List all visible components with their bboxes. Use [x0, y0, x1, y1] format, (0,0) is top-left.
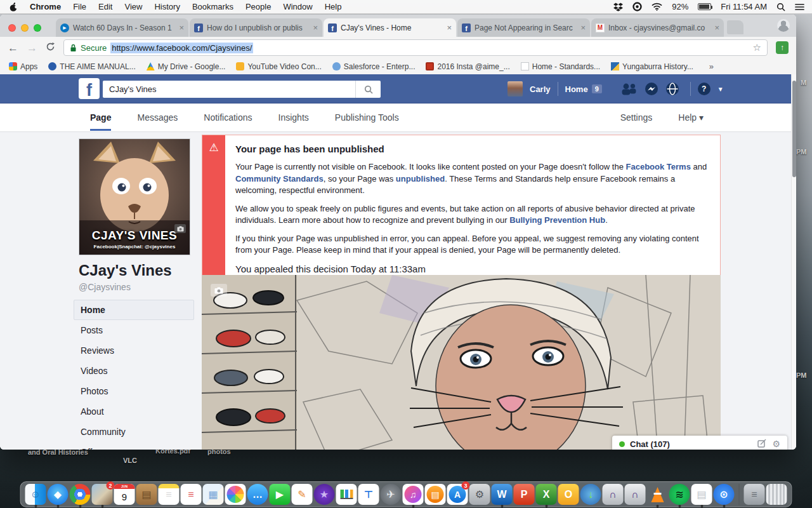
extension-icon[interactable]: ↑ — [776, 41, 789, 54]
tab-close-icon[interactable]: × — [179, 23, 184, 32]
bookmark-2016-insta-aime-[interactable]: 2016 Insta @aime_... — [426, 62, 509, 71]
dock-downloads-stack-icon[interactable]: ≡ — [744, 484, 765, 505]
sidebar-item-posts[interactable]: Posts — [74, 320, 194, 340]
dock-imovie-icon[interactable]: ★ — [314, 484, 335, 505]
browser-tab[interactable]: fPage Not Appearing in Searc× — [457, 18, 590, 37]
tab-close-icon[interactable]: × — [313, 23, 318, 32]
dock-reminders-icon[interactable]: ≡ — [181, 484, 202, 505]
tab-close-icon[interactable]: × — [447, 23, 452, 32]
new-message-icon[interactable] — [757, 439, 766, 450]
scrollbar-thumb[interactable] — [792, 81, 796, 177]
zoom-window-button[interactable] — [34, 24, 41, 32]
sidebar-item-home[interactable]: Home — [74, 300, 194, 320]
cover-photo[interactable] — [202, 275, 721, 450]
profile-link[interactable]: Carly — [530, 84, 551, 94]
desktop-file-vlc[interactable]: VLC — [123, 457, 137, 464]
dock-finder-icon[interactable]: ☺ — [25, 484, 46, 505]
notifications-globe-icon[interactable] — [665, 82, 679, 96]
dock-numbers-icon[interactable] — [336, 484, 357, 505]
chat-settings-gear-icon[interactable]: ⚙ — [772, 439, 780, 449]
browser-scrollbar[interactable] — [791, 74, 796, 450]
alert-link-facebook-terms[interactable]: Facebook Terms — [626, 162, 691, 171]
dock-messages-icon[interactable]: … — [247, 484, 268, 505]
user-avatar[interactable] — [508, 81, 523, 97]
page-tab-notifications[interactable]: Notifications — [204, 104, 252, 131]
menu-view[interactable]: View — [124, 2, 142, 11]
dock-contacts-icon[interactable]: ▤ — [136, 484, 157, 505]
dock-keynote-icon[interactable]: ⊤ — [358, 484, 379, 505]
menu-history[interactable]: History — [154, 2, 180, 11]
back-button[interactable]: ← — [8, 43, 18, 53]
browser-tab[interactable]: ▶Watch 60 Days In - Season 1× — [56, 18, 188, 37]
sidebar-item-about[interactable]: About — [74, 401, 194, 422]
dock-calendar-icon[interactable]: JUN9 — [114, 484, 135, 505]
dock-facetime-icon[interactable]: ▶ — [270, 484, 291, 505]
dock-stickies-icon[interactable]: ▤ — [691, 484, 712, 505]
forward-button[interactable]: → — [27, 43, 37, 53]
dock-photos-preview-icon[interactable]: 2 — [92, 484, 113, 505]
help-icon[interactable]: ? — [698, 83, 710, 95]
bookmarks-overflow-chevron[interactable]: » — [709, 62, 714, 71]
dock-outlook-icon[interactable]: O — [558, 484, 579, 505]
bookmark-youtube-video-con-[interactable]: YouTube Video Con... — [236, 62, 321, 71]
facebook-logo[interactable]: f — [79, 78, 100, 99]
search-button[interactable] — [355, 81, 381, 98]
alert-link-community-standards[interactable]: Community Standards — [235, 174, 324, 184]
dock-spotify-icon[interactable]: ≋ — [669, 484, 690, 505]
menu-bar-clock[interactable]: Fri 11:54 AM — [721, 2, 767, 11]
tab-close-icon[interactable]: × — [714, 23, 719, 32]
bookmark-the-aime-manual-[interactable]: THE AIME MANUAL... — [48, 62, 135, 71]
dock-audio-app-icon[interactable]: ∩ — [603, 484, 624, 505]
dock-app-window-icon[interactable]: ▦ — [203, 484, 224, 505]
update-profile-photo-camera-icon[interactable] — [174, 224, 186, 233]
facebook-search[interactable] — [103, 81, 381, 98]
spotlight-icon[interactable] — [776, 3, 785, 11]
menu-people[interactable]: People — [246, 2, 271, 11]
bookmark-star-icon[interactable]: ☆ — [753, 42, 761, 53]
tab-close-icon[interactable]: × — [580, 23, 586, 32]
wifi-icon[interactable] — [652, 3, 662, 11]
dock-system-preferences-icon[interactable]: ⚙ — [469, 484, 490, 505]
profile-picture[interactable]: CJAY'S VINES Facebook|Snapchat: @cjaysvi… — [79, 138, 190, 255]
bookmark-my-drive-google-[interactable]: My Drive - Google... — [147, 62, 226, 71]
sidebar-item-community[interactable]: Community — [74, 422, 194, 442]
dock-safari-icon[interactable]: ◆ — [48, 484, 69, 505]
dock-vlc-icon[interactable] — [647, 484, 668, 505]
dock-audio-app-2-icon[interactable]: ∩ — [625, 484, 646, 505]
new-tab-button[interactable] — [727, 20, 743, 34]
sidebar-item-photos[interactable]: Photos — [74, 381, 194, 401]
dock-app-store-icon[interactable]: A3 — [447, 484, 468, 505]
page-tab-page[interactable]: Page — [90, 104, 111, 131]
facebook-search-input[interactable] — [103, 81, 355, 98]
dock-web-downloader-icon[interactable]: ↓ — [580, 484, 601, 505]
screen-record-icon[interactable] — [632, 2, 642, 11]
change-cover-camera-icon[interactable] — [211, 284, 227, 297]
minimize-window-button[interactable] — [21, 24, 29, 32]
menu-bookmarks[interactable]: Bookmarks — [192, 2, 233, 11]
menu-edit[interactable]: Edit — [98, 2, 112, 11]
close-window-button[interactable] — [8, 24, 16, 32]
sidebar-item-reviews[interactable]: Reviews — [74, 340, 194, 361]
dock-pages-icon[interactable]: ✎ — [292, 484, 313, 505]
page-tab-messages[interactable]: Messages — [137, 104, 178, 131]
dock-itunes-icon[interactable]: ♫ — [403, 484, 424, 505]
dock-notes-icon[interactable]: ≡ — [159, 484, 180, 505]
friend-requests-icon[interactable] — [620, 83, 638, 95]
dock-chrome-icon[interactable] — [70, 484, 91, 505]
bookmark-yungaburra-history-[interactable]: Yungaburra History... — [611, 62, 693, 71]
menu-window[interactable]: Window — [283, 2, 312, 11]
sidebar-item-videos[interactable]: Videos — [74, 361, 194, 381]
dock-trash-icon[interactable] — [766, 484, 787, 505]
page-title[interactable]: CJay's Vines — [79, 262, 172, 279]
page-tab-publishing-tools[interactable]: Publishing Tools — [335, 104, 399, 131]
browser-tab[interactable]: MInbox - cjaysvines@gmail.co× — [591, 18, 724, 37]
active-app-menu[interactable]: Chrome — [30, 2, 61, 11]
dock-word-icon[interactable]: W — [492, 484, 513, 505]
menu-file[interactable]: File — [73, 2, 86, 11]
dock-excel-icon[interactable]: X — [536, 484, 557, 505]
menu-help[interactable]: Help — [325, 2, 342, 11]
browser-tab-active[interactable]: fCJay's Vines - Home× — [324, 18, 456, 37]
page-tab-settings[interactable]: Settings — [620, 112, 653, 123]
dock-zoom-app-icon[interactable]: ⊙ — [714, 484, 735, 505]
dock-ibooks-icon[interactable]: ▤ — [425, 484, 446, 505]
